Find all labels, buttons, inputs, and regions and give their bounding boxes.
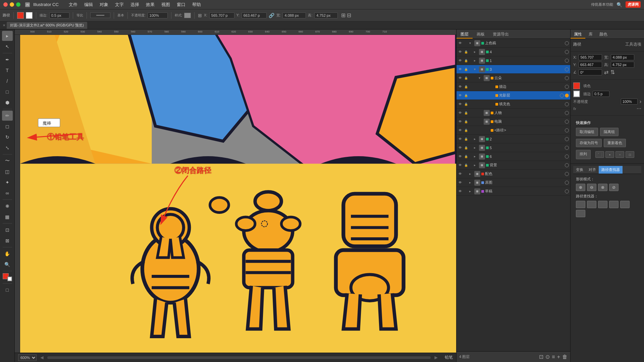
stroke-style[interactable]: ━━━━ [90, 12, 110, 18]
layers-tab-artboards[interactable]: 画板 [473, 29, 489, 39]
layers-tab-layers[interactable]: 图层 [457, 29, 473, 39]
lock-btn[interactable]: 🔒 [464, 111, 468, 115]
layer-target-btn[interactable] [565, 137, 569, 141]
menu-view[interactable]: 视图 [159, 1, 173, 8]
lock-btn[interactable]: 🔒 [464, 120, 468, 123]
menu-text[interactable]: 文字 [112, 1, 126, 8]
layer-row[interactable]: 👁 ▸ ▦ 配色 [457, 170, 570, 178]
transform-y-input[interactable] [579, 62, 602, 68]
lock-btn[interactable]: 🔒 [464, 146, 468, 149]
arrange-icon[interactable]: ⊞ [341, 12, 345, 18]
close-tab-btn[interactable]: ✕ [3, 23, 5, 27]
zoom-select[interactable]: 600% 400% 200% 100% [18, 354, 37, 361]
align-icon[interactable]: ⊟ [347, 12, 351, 18]
pencil-tool[interactable]: ✏ [2, 111, 13, 121]
eye-btn[interactable]: 👁 [458, 67, 463, 71]
eye-btn[interactable]: 👁 [458, 155, 463, 158]
layer-target-btn[interactable] [565, 59, 569, 63]
layer-row[interactable]: 👁 ▸ ▦ 草稿 [457, 187, 570, 196]
x-input[interactable] [209, 12, 234, 18]
recolor-btn[interactable]: 重新着色 [604, 139, 626, 147]
add-sublayer-btn[interactable]: ≡ [552, 354, 555, 360]
transform-h-input[interactable] [611, 62, 634, 68]
layer-target-btn[interactable] [565, 172, 569, 176]
layer-target-btn[interactable] [565, 102, 569, 106]
layer-target-btn[interactable] [565, 120, 569, 124]
y-input[interactable] [241, 12, 267, 18]
arrange-backward[interactable]: ▫ [615, 151, 624, 158]
layer-target-btn[interactable] [560, 94, 564, 98]
eye-btn[interactable]: 👁 [458, 41, 463, 45]
expand-arrow[interactable]: ▸ [474, 59, 478, 62]
layer-target-btn[interactable] [565, 41, 569, 45]
menu-edit[interactable]: 编辑 [82, 1, 96, 8]
expand-arrow[interactable]: ▾ [474, 67, 478, 71]
locate-btn[interactable]: ⊙ [545, 354, 550, 360]
minus-front-icon[interactable]: ⊖ [587, 184, 596, 191]
fill-color-box[interactable] [573, 82, 580, 89]
file-tab[interactable]: 封面-演示源文件2.ai* 600% (RGB/GPU 预览) [7, 22, 87, 29]
opacity-right-input[interactable] [621, 99, 638, 105]
expand-arrow[interactable]: ▸ [474, 137, 478, 141]
unite-icon[interactable]: ⊕ [576, 184, 585, 191]
ungroup-btn[interactable]: 取消编组 [576, 128, 598, 136]
expand-arrow[interactable]: ▸ [474, 155, 478, 158]
artboard-tool[interactable]: ⊡ [2, 225, 13, 235]
rect-tool[interactable]: □ [2, 87, 13, 97]
layer-target-btn[interactable] [565, 146, 569, 150]
expand-arrow[interactable]: ▸ [474, 50, 478, 54]
menu-object[interactable]: 对象 [97, 1, 111, 8]
transform-w-input[interactable] [611, 54, 634, 60]
new-layer-btn[interactable]: + [557, 354, 560, 360]
arrange-btn[interactable]: 排列 [576, 150, 591, 159]
make-clipping-btn[interactable]: ⊡ [539, 354, 543, 360]
opacity-expand-icon[interactable]: › [640, 99, 641, 105]
menu-file[interactable]: 文件 [66, 1, 80, 8]
change-screen-mode[interactable]: □ [2, 285, 13, 295]
expand-arrow[interactable]: ▸ [469, 181, 473, 184]
trim-icon[interactable] [587, 201, 596, 208]
eye-btn[interactable]: 👁 [458, 94, 463, 97]
arrange-front[interactable]: ⬛ [595, 151, 604, 158]
layer-target-btn[interactable] [565, 181, 569, 185]
eye-btn[interactable]: 👁 [458, 189, 463, 193]
color-tab[interactable]: 颜色 [596, 29, 611, 39]
eyedropper-tool[interactable]: ✦ [2, 177, 13, 187]
menu-help[interactable]: 帮助 [190, 1, 204, 8]
angle-input[interactable] [579, 69, 602, 75]
type-tool[interactable]: T [2, 65, 13, 75]
eraser-tool[interactable]: ◻ [2, 121, 13, 131]
layer-target-btn[interactable] [565, 76, 569, 80]
scale-tool[interactable]: ⤡ [2, 143, 13, 153]
layer-target-btn[interactable] [565, 128, 569, 132]
layer-row[interactable]: 👁 🔒 ▦ 电脑 [457, 117, 570, 126]
blend-tool[interactable]: ∞ [2, 188, 13, 198]
layer-target-btn[interactable] [565, 85, 569, 89]
flip-h-icon[interactable]: ⇄ [604, 69, 608, 75]
stroke-swatch[interactable] [26, 12, 33, 19]
transform-x-input[interactable] [579, 54, 602, 60]
layer-target-btn[interactable] [565, 50, 569, 54]
layer-row[interactable]: 👁 🔒 ▸ ▦ 5 [457, 143, 570, 152]
divide-icon[interactable] [576, 201, 585, 208]
align-switch-tab[interactable]: 对齐 [586, 166, 599, 174]
maximize-button[interactable] [16, 2, 20, 7]
eye-btn[interactable]: 👁 [458, 102, 463, 106]
h-input[interactable] [314, 12, 338, 18]
arrange-forward[interactable]: ▪ [605, 151, 614, 158]
layer-row[interactable]: 👁 🔒 填充色 [457, 100, 570, 109]
eye-btn[interactable]: 👁 [458, 111, 463, 115]
layer-target-btn[interactable] [565, 155, 569, 159]
w-input[interactable] [282, 12, 306, 18]
menu-effect[interactable]: 效果 [143, 1, 157, 8]
lock-btn[interactable]: 🔒 [464, 137, 468, 141]
lock-btn[interactable]: 🔒 [464, 164, 468, 167]
arrange-back[interactable]: □ [626, 151, 634, 158]
eye-btn[interactable]: 👁 [458, 85, 463, 88]
lock-btn[interactable]: 🔒 [464, 129, 468, 132]
eye-btn[interactable]: 👁 [458, 163, 463, 167]
isolate-btn[interactable]: 隔离组 [600, 128, 619, 136]
lock-btn[interactable]: 🔒 [464, 76, 468, 80]
outline-icon[interactable] [620, 201, 630, 208]
layer-row[interactable]: 👁 🔒 描边 [457, 82, 570, 91]
